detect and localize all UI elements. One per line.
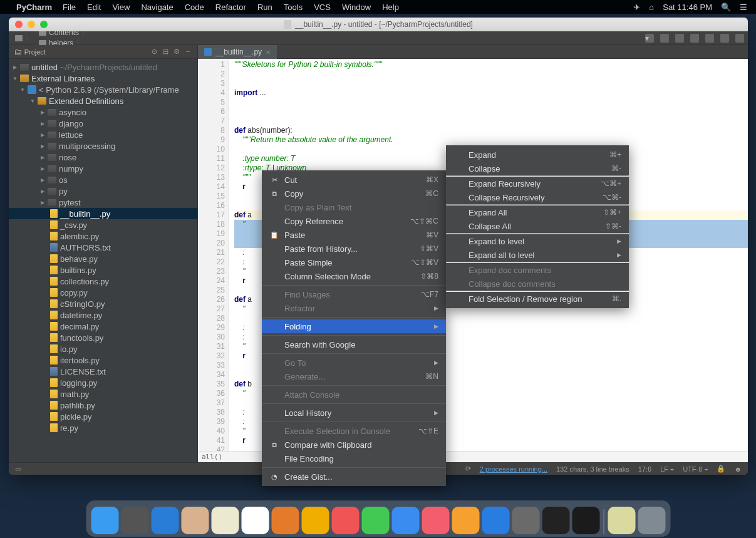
tree-file[interactable]: datetime.py — [9, 309, 197, 321]
control-center-icon[interactable]: ☰ — [740, 3, 747, 12]
dock-app-icon[interactable] — [391, 507, 419, 534]
tree-dir-os[interactable]: ▶os — [9, 174, 197, 185]
spotlight-icon[interactable]: 🔍 — [721, 3, 731, 12]
menu-item[interactable]: Expand Recursively⌥⌘+ — [446, 177, 629, 190]
menu-item[interactable]: ◔Create Gist... — [262, 470, 446, 484]
menubar-icon[interactable]: ⌂ — [649, 3, 654, 12]
dock-app-icon[interactable] — [512, 507, 539, 534]
dock-app-icon[interactable] — [331, 507, 359, 534]
menu-item[interactable]: Folding▶ — [262, 319, 446, 333]
settings-icon[interactable]: ⚙ — [172, 48, 181, 56]
menu-item[interactable]: Fold Selection / Remove region⌘. — [446, 292, 629, 306]
tree-root[interactable]: ▶untitled ~/PycharmProjects/untitled — [9, 61, 197, 73]
tree-dir-nose[interactable]: ▶nose — [9, 152, 197, 163]
menu-item[interactable]: Paste from History...⇧⌘V — [262, 242, 446, 256]
menu-item[interactable]: File Encoding — [262, 452, 446, 465]
menu-run[interactable]: Run — [252, 3, 278, 12]
tree-file[interactable]: _csv.py — [9, 219, 197, 230]
dock-app-icon[interactable] — [91, 507, 118, 534]
dock-app-icon[interactable] — [211, 507, 239, 534]
menu-vcs[interactable]: VCS — [308, 3, 336, 12]
menu-item[interactable]: Copy Reference⌥⇧⌘C — [262, 214, 446, 228]
tree-file[interactable]: copy.py — [9, 287, 197, 298]
tree-dir-lettuce[interactable]: ▶lettuce — [9, 129, 197, 140]
menu-item[interactable]: Collapse⌘- — [446, 162, 629, 175]
dock-app-icon[interactable] — [482, 507, 509, 534]
tree-file[interactable]: AUTHORS.txt — [9, 242, 197, 253]
dock-app-icon[interactable] — [638, 507, 665, 534]
tree-dir-pytest[interactable]: ▶pytest — [9, 197, 197, 208]
processes-link[interactable]: 2 processes running... — [480, 465, 547, 473]
scroll-to-icon[interactable]: ⊙ — [150, 48, 158, 56]
menu-item[interactable]: ⧉Compare with Clipboard — [262, 438, 446, 452]
menubar-icon[interactable]: ✈ — [633, 3, 640, 12]
tree-dir-py[interactable]: ▶py — [9, 185, 197, 197]
menu-navigate[interactable]: Navigate — [135, 3, 179, 12]
dock-app-icon[interactable] — [181, 507, 209, 534]
tree-file[interactable]: functools.py — [9, 332, 197, 343]
vcs-button[interactable] — [720, 34, 729, 43]
tree-dir-multiprocessing[interactable]: ▶multiprocessing — [9, 140, 197, 152]
menu-item[interactable]: Paste Simple⌥⇧⌘V — [262, 256, 446, 269]
menu-window[interactable]: Window — [336, 3, 376, 12]
collapse-all-icon[interactable]: ⊟ — [161, 48, 170, 56]
caret-pos[interactable]: 17:6 — [638, 465, 651, 473]
menu-file[interactable]: File — [57, 3, 81, 12]
hector-icon[interactable]: ☻ — [734, 465, 742, 473]
menu-item[interactable]: Collapse All⇧⌘- — [446, 219, 629, 233]
hide-icon[interactable]: − — [184, 48, 192, 56]
encoding[interactable]: UTF-8 ÷ — [683, 465, 708, 473]
editor-tab[interactable]: __builtin__.py ✕ — [198, 45, 277, 59]
lock-icon[interactable]: 🔒 — [717, 465, 725, 473]
tree-file[interactable]: collections.py — [9, 276, 197, 287]
tree-dir-django[interactable]: ▶django — [9, 118, 197, 129]
tool-window-button[interactable]: ▭ — [15, 465, 21, 473]
dock-app-icon[interactable] — [121, 507, 148, 534]
menu-item[interactable]: Expand all to level▶ — [446, 248, 629, 262]
dock-app-icon[interactable] — [542, 507, 569, 534]
tree-file[interactable]: LICENSE.txt — [9, 366, 197, 377]
stop-button[interactable] — [705, 34, 714, 43]
menu-item[interactable]: ⧉Copy⌘C — [262, 187, 446, 200]
tree-dir-numpy[interactable]: ▶numpy — [9, 163, 197, 174]
menu-view[interactable]: View — [106, 3, 135, 12]
tree-file[interactable]: alembic.py — [9, 230, 197, 242]
app-menu[interactable]: PyCharm — [16, 3, 52, 12]
dock-app-icon[interactable] — [608, 507, 635, 534]
minimize-button[interactable] — [28, 21, 35, 28]
menu-item[interactable]: Local History▶ — [262, 406, 446, 420]
run-button[interactable] — [660, 34, 669, 43]
close-button[interactable] — [15, 21, 23, 28]
search-everywhere-icon[interactable] — [735, 34, 744, 43]
tree-file[interactable]: math.py — [9, 388, 197, 400]
tree-file[interactable]: behave.py — [9, 253, 197, 264]
tree-file[interactable]: pickle.py — [9, 411, 197, 422]
run-config-dropdown[interactable]: ▾ — [645, 34, 654, 43]
menu-item[interactable]: Expand to level▶ — [446, 234, 629, 248]
dock-app-icon[interactable] — [241, 507, 269, 534]
tree-file[interactable]: cStringIO.py — [9, 298, 197, 309]
line-sep[interactable]: LF ÷ — [660, 465, 674, 473]
tree-file[interactable]: logging.py — [9, 377, 197, 388]
tree-file[interactable]: itertools.py — [9, 354, 197, 366]
menu-refactor[interactable]: Refactor — [210, 3, 252, 12]
dock-app-icon[interactable] — [361, 507, 389, 534]
dock-app-icon[interactable] — [301, 507, 329, 534]
dock-app-icon[interactable] — [271, 507, 299, 534]
gutter[interactable]: 1234567891011121314151617181920212223242… — [198, 59, 229, 451]
tree-file-builtin[interactable]: __builtin__.py — [9, 208, 197, 219]
menu-item[interactable]: 📋Paste⌘V — [262, 228, 446, 242]
menu-help[interactable]: Help — [376, 3, 405, 12]
coverage-button[interactable] — [690, 34, 699, 43]
dock-app-icon[interactable] — [572, 507, 599, 534]
processes-icon[interactable]: ⟳ — [465, 465, 471, 473]
zoom-button[interactable] — [40, 21, 48, 28]
menu-item[interactable]: Column Selection Mode⇧⌘8 — [262, 269, 446, 283]
tree-python-sdk[interactable]: ▼< Python 2.6.9 (/System/Library/Frame — [9, 84, 197, 95]
menu-item[interactable]: Search with Google — [262, 338, 446, 351]
clock[interactable]: Sat 11:46 PM — [663, 3, 712, 12]
dock-app-icon[interactable] — [452, 507, 479, 534]
menu-edit[interactable]: Edit — [81, 3, 106, 12]
menu-code[interactable]: Code — [179, 3, 210, 12]
menu-item[interactable]: Collapse Recursively⌥⌘- — [446, 190, 629, 204]
